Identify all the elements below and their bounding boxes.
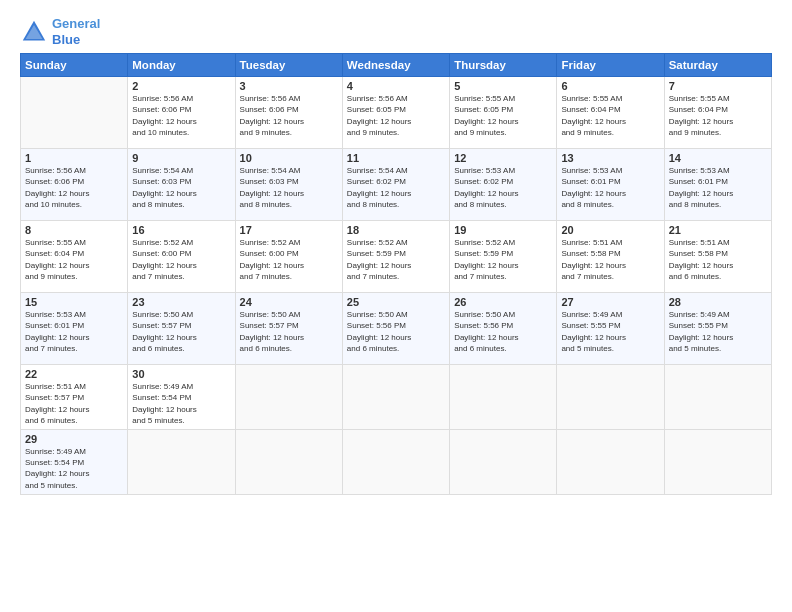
calendar-cell <box>235 429 342 494</box>
day-info: Sunrise: 5:50 AMSunset: 5:56 PMDaylight:… <box>454 309 552 354</box>
logo: General Blue <box>20 16 100 47</box>
day-number: 20 <box>561 224 659 236</box>
calendar-cell: 21Sunrise: 5:51 AMSunset: 5:58 PMDayligh… <box>664 221 771 293</box>
header-monday: Monday <box>128 54 235 77</box>
day-info: Sunrise: 5:54 AMSunset: 6:03 PMDaylight:… <box>132 165 230 210</box>
day-number: 18 <box>347 224 445 236</box>
day-number: 8 <box>25 224 123 236</box>
calendar-cell <box>235 365 342 430</box>
calendar-cell: 24Sunrise: 5:50 AMSunset: 5:57 PMDayligh… <box>235 293 342 365</box>
calendar-cell <box>450 429 557 494</box>
calendar-cell <box>450 365 557 430</box>
day-info: Sunrise: 5:55 AMSunset: 6:05 PMDaylight:… <box>454 93 552 138</box>
day-number: 13 <box>561 152 659 164</box>
logo-icon <box>20 18 48 46</box>
calendar-cell: 15Sunrise: 5:53 AMSunset: 6:01 PMDayligh… <box>21 293 128 365</box>
day-number: 15 <box>25 296 123 308</box>
day-info: Sunrise: 5:49 AMSunset: 5:55 PMDaylight:… <box>561 309 659 354</box>
day-number: 6 <box>561 80 659 92</box>
calendar-cell <box>342 365 449 430</box>
header-sunday: Sunday <box>21 54 128 77</box>
header-wednesday: Wednesday <box>342 54 449 77</box>
day-info: Sunrise: 5:52 AMSunset: 6:00 PMDaylight:… <box>240 237 338 282</box>
calendar-cell: 2Sunrise: 5:56 AMSunset: 6:06 PMDaylight… <box>128 77 235 149</box>
calendar-cell: 8Sunrise: 5:55 AMSunset: 6:04 PMDaylight… <box>21 221 128 293</box>
day-number: 2 <box>132 80 230 92</box>
page-header: General Blue <box>20 16 772 47</box>
day-number: 28 <box>669 296 767 308</box>
day-number: 5 <box>454 80 552 92</box>
day-info: Sunrise: 5:52 AMSunset: 5:59 PMDaylight:… <box>454 237 552 282</box>
day-info: Sunrise: 5:49 AMSunset: 5:55 PMDaylight:… <box>669 309 767 354</box>
calendar-cell <box>342 429 449 494</box>
calendar-cell <box>557 365 664 430</box>
day-number: 7 <box>669 80 767 92</box>
day-number: 12 <box>454 152 552 164</box>
day-info: Sunrise: 5:56 AMSunset: 6:06 PMDaylight:… <box>240 93 338 138</box>
calendar-cell: 13Sunrise: 5:53 AMSunset: 6:01 PMDayligh… <box>557 149 664 221</box>
weekday-header-row: Sunday Monday Tuesday Wednesday Thursday… <box>21 54 772 77</box>
calendar-cell: 30Sunrise: 5:49 AMSunset: 5:54 PMDayligh… <box>128 365 235 430</box>
day-number: 3 <box>240 80 338 92</box>
calendar-cell <box>664 429 771 494</box>
calendar-cell: 27Sunrise: 5:49 AMSunset: 5:55 PMDayligh… <box>557 293 664 365</box>
day-info: Sunrise: 5:56 AMSunset: 6:06 PMDaylight:… <box>132 93 230 138</box>
day-number: 26 <box>454 296 552 308</box>
day-info: Sunrise: 5:53 AMSunset: 6:02 PMDaylight:… <box>454 165 552 210</box>
calendar-cell: 4Sunrise: 5:56 AMSunset: 6:05 PMDaylight… <box>342 77 449 149</box>
day-info: Sunrise: 5:50 AMSunset: 5:56 PMDaylight:… <box>347 309 445 354</box>
day-info: Sunrise: 5:56 AMSunset: 6:06 PMDaylight:… <box>25 165 123 210</box>
day-info: Sunrise: 5:52 AMSunset: 6:00 PMDaylight:… <box>132 237 230 282</box>
calendar-cell: 23Sunrise: 5:50 AMSunset: 5:57 PMDayligh… <box>128 293 235 365</box>
calendar-page: General Blue Sunday Monday Tuesday Wedne… <box>0 0 792 612</box>
day-info: Sunrise: 5:51 AMSunset: 5:58 PMDaylight:… <box>669 237 767 282</box>
day-number: 19 <box>454 224 552 236</box>
calendar-cell: 17Sunrise: 5:52 AMSunset: 6:00 PMDayligh… <box>235 221 342 293</box>
day-number: 22 <box>25 368 123 380</box>
calendar-cell <box>128 429 235 494</box>
header-tuesday: Tuesday <box>235 54 342 77</box>
calendar-cell: 9Sunrise: 5:54 AMSunset: 6:03 PMDaylight… <box>128 149 235 221</box>
calendar-cell: 11Sunrise: 5:54 AMSunset: 6:02 PMDayligh… <box>342 149 449 221</box>
calendar-cell: 19Sunrise: 5:52 AMSunset: 5:59 PMDayligh… <box>450 221 557 293</box>
day-number: 1 <box>25 152 123 164</box>
header-thursday: Thursday <box>450 54 557 77</box>
calendar-cell: 5Sunrise: 5:55 AMSunset: 6:05 PMDaylight… <box>450 77 557 149</box>
day-number: 25 <box>347 296 445 308</box>
day-info: Sunrise: 5:51 AMSunset: 5:57 PMDaylight:… <box>25 381 123 426</box>
calendar-cell: 20Sunrise: 5:51 AMSunset: 5:58 PMDayligh… <box>557 221 664 293</box>
day-info: Sunrise: 5:54 AMSunset: 6:03 PMDaylight:… <box>240 165 338 210</box>
calendar-cell: 12Sunrise: 5:53 AMSunset: 6:02 PMDayligh… <box>450 149 557 221</box>
calendar-cell: 29Sunrise: 5:49 AMSunset: 5:54 PMDayligh… <box>21 429 128 494</box>
day-info: Sunrise: 5:53 AMSunset: 6:01 PMDaylight:… <box>669 165 767 210</box>
day-info: Sunrise: 5:55 AMSunset: 6:04 PMDaylight:… <box>25 237 123 282</box>
day-info: Sunrise: 5:54 AMSunset: 6:02 PMDaylight:… <box>347 165 445 210</box>
day-number: 16 <box>132 224 230 236</box>
calendar-cell: 1Sunrise: 5:56 AMSunset: 6:06 PMDaylight… <box>21 149 128 221</box>
day-info: Sunrise: 5:49 AMSunset: 5:54 PMDaylight:… <box>132 381 230 426</box>
day-info: Sunrise: 5:56 AMSunset: 6:05 PMDaylight:… <box>347 93 445 138</box>
day-info: Sunrise: 5:55 AMSunset: 6:04 PMDaylight:… <box>561 93 659 138</box>
day-number: 17 <box>240 224 338 236</box>
day-number: 14 <box>669 152 767 164</box>
calendar-cell: 18Sunrise: 5:52 AMSunset: 5:59 PMDayligh… <box>342 221 449 293</box>
day-info: Sunrise: 5:49 AMSunset: 5:54 PMDaylight:… <box>25 446 123 491</box>
day-info: Sunrise: 5:50 AMSunset: 5:57 PMDaylight:… <box>132 309 230 354</box>
day-info: Sunrise: 5:50 AMSunset: 5:57 PMDaylight:… <box>240 309 338 354</box>
day-info: Sunrise: 5:53 AMSunset: 6:01 PMDaylight:… <box>561 165 659 210</box>
day-number: 24 <box>240 296 338 308</box>
calendar-cell: 3Sunrise: 5:56 AMSunset: 6:06 PMDaylight… <box>235 77 342 149</box>
calendar-cell: 25Sunrise: 5:50 AMSunset: 5:56 PMDayligh… <box>342 293 449 365</box>
day-number: 30 <box>132 368 230 380</box>
calendar-cell <box>664 365 771 430</box>
calendar-cell <box>557 429 664 494</box>
day-number: 10 <box>240 152 338 164</box>
calendar-cell: 28Sunrise: 5:49 AMSunset: 5:55 PMDayligh… <box>664 293 771 365</box>
day-info: Sunrise: 5:52 AMSunset: 5:59 PMDaylight:… <box>347 237 445 282</box>
calendar-table: Sunday Monday Tuesday Wednesday Thursday… <box>20 53 772 495</box>
day-number: 23 <box>132 296 230 308</box>
calendar-cell: 10Sunrise: 5:54 AMSunset: 6:03 PMDayligh… <box>235 149 342 221</box>
calendar-cell: 16Sunrise: 5:52 AMSunset: 6:00 PMDayligh… <box>128 221 235 293</box>
day-number: 29 <box>25 433 123 445</box>
calendar-cell <box>21 77 128 149</box>
